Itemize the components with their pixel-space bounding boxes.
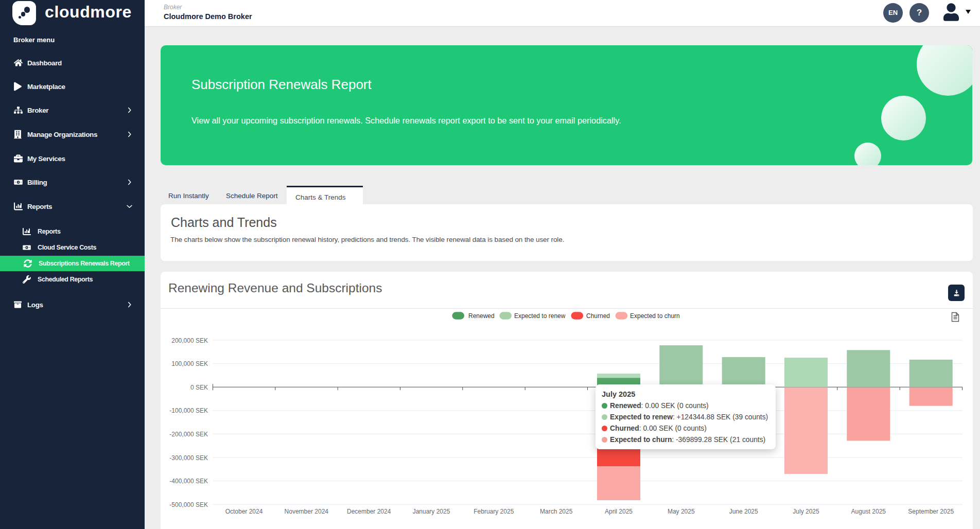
svg-text:May 2025: May 2025 <box>668 508 695 515</box>
svg-text:-500,000 SEK: -500,000 SEK <box>169 501 208 508</box>
svg-text:Renewed: Renewed <box>468 312 495 320</box>
svg-text:0 SEK: 0 SEK <box>190 384 208 391</box>
svg-text:-100,000 SEK: -100,000 SEK <box>169 407 208 414</box>
svg-text:Churned: Churned <box>586 312 610 320</box>
svg-text:200,000 SEK: 200,000 SEK <box>171 337 208 344</box>
svg-text:100,000 SEK: 100,000 SEK <box>171 360 208 367</box>
svg-text:July 2025: July 2025 <box>793 508 819 515</box>
svg-text:December 2024: December 2024 <box>347 508 391 515</box>
svg-text:November 2024: November 2024 <box>285 508 329 515</box>
svg-text:April 2025: April 2025 <box>605 508 633 515</box>
svg-text:January 2025: January 2025 <box>413 508 450 515</box>
svg-text:March 2025: March 2025 <box>540 508 573 515</box>
svg-text:-300,000 SEK: -300,000 SEK <box>169 454 208 462</box>
svg-text:Expected to renew: Expected to renew <box>514 312 566 320</box>
svg-text:Expected to churn: Expected to churn <box>630 312 680 320</box>
svg-text:-200,000 SEK: -200,000 SEK <box>169 431 208 438</box>
svg-text:October 2024: October 2024 <box>225 508 263 515</box>
svg-text:September 2025: September 2025 <box>908 508 954 515</box>
svg-text:February 2025: February 2025 <box>474 508 514 515</box>
svg-text:August 2025: August 2025 <box>851 508 886 515</box>
svg-text:-400,000 SEK: -400,000 SEK <box>169 478 208 485</box>
svg-text:June 2025: June 2025 <box>729 508 758 515</box>
